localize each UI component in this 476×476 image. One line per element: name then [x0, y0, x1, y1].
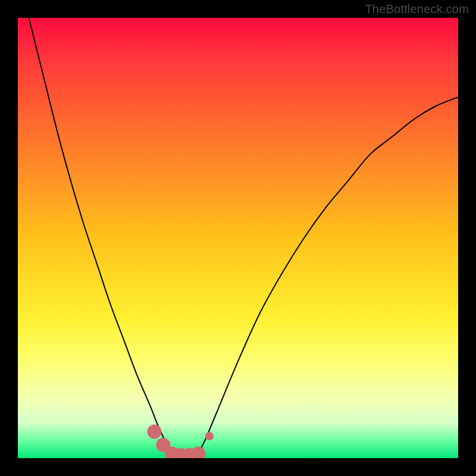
chart-frame: TheBottleneck.com — [0, 0, 476, 476]
highlight-point — [205, 432, 214, 440]
curve-layer — [18, 18, 458, 458]
bottleneck-curve — [18, 18, 458, 457]
highlight-points — [147, 425, 214, 458]
plot-area — [18, 18, 458, 458]
highlight-point — [147, 425, 161, 439]
watermark-text: TheBottleneck.com — [365, 2, 469, 16]
highlight-point — [191, 447, 205, 458]
